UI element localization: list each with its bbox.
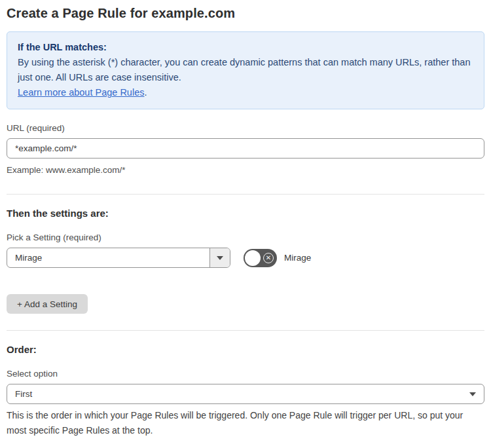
info-box-link-row: Learn more about Page Rules. xyxy=(18,85,473,100)
divider xyxy=(7,194,484,195)
settings-section-heading: Then the settings are: xyxy=(7,208,484,219)
caret-down-icon xyxy=(217,256,223,260)
info-box-heading: If the URL matches: xyxy=(18,40,473,55)
order-select[interactable]: First xyxy=(7,384,484,404)
learn-more-link[interactable]: Learn more about Page Rules xyxy=(18,87,144,98)
url-input[interactable]: *example.com/* xyxy=(7,138,484,159)
info-box-body: By using the asterisk (*) character, you… xyxy=(18,55,473,85)
toggle-knob xyxy=(245,250,261,266)
setting-picker-caret-button[interactable] xyxy=(209,248,230,267)
order-select-value: First xyxy=(15,389,32,399)
toggle-label: Mirage xyxy=(284,253,311,263)
setting-picker-dropdown[interactable]: Mirage xyxy=(7,248,230,268)
create-page-rule-form: Create a Page Rule for example.com If th… xyxy=(0,0,491,448)
order-select-label: Select option xyxy=(7,369,484,379)
page-title: Create a Page Rule for example.com xyxy=(7,6,484,21)
setting-picker-value: Mirage xyxy=(7,248,209,267)
toggle-off-x-icon: ✕ xyxy=(263,253,274,263)
pick-setting-label: Pick a Setting (required) xyxy=(7,233,484,242)
divider xyxy=(7,330,484,331)
caret-down-icon xyxy=(469,392,476,396)
url-field-label: URL (required) xyxy=(7,123,484,133)
url-match-info-box: If the URL matches: By using the asteris… xyxy=(7,31,484,109)
setting-row: Mirage ✕ Mirage xyxy=(7,248,484,268)
link-period: . xyxy=(144,87,147,98)
mirage-toggle[interactable]: ✕ xyxy=(244,249,277,267)
order-section-heading: Order: xyxy=(7,344,484,355)
add-setting-button[interactable]: + Add a Setting xyxy=(7,294,88,314)
url-example-helper: Example: www.example.com/* xyxy=(7,163,484,177)
order-helper-text: This is the order in which your Page Rul… xyxy=(7,408,484,438)
